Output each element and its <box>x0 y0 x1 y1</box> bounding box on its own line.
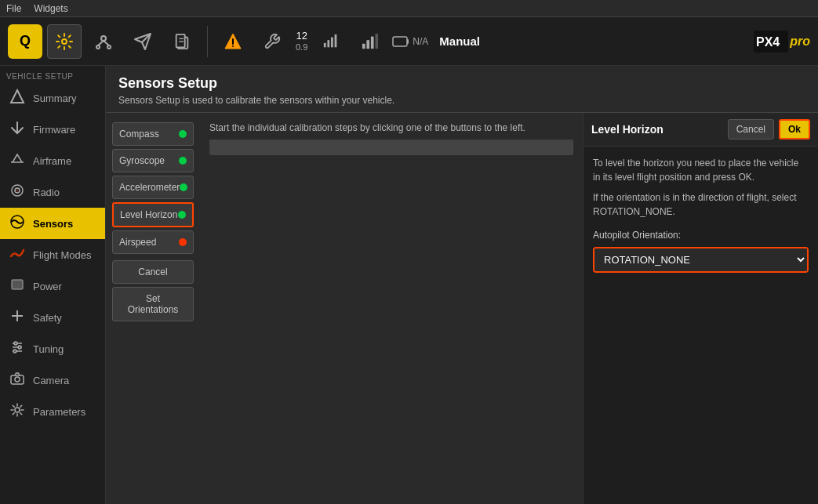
sidebar-item-firmware[interactable]: Firmware <box>0 114 105 145</box>
sidebar-item-power[interactable]: Power <box>0 270 105 302</box>
main-layout: Vehicle Setup Summary Firmware Airframe … <box>0 66 818 504</box>
svg-rect-20 <box>407 39 409 44</box>
right-panel: Level Horizon Cancel Ok To level the hor… <box>583 113 818 504</box>
parameters-icon <box>8 402 27 421</box>
calibration-hint: Start the individual calibration steps b… <box>209 122 573 133</box>
sidebar-item-safety[interactable]: Safety <box>0 302 105 333</box>
app-logo[interactable]: Q <box>8 24 42 59</box>
svg-rect-16 <box>367 40 370 49</box>
summary-icon <box>8 89 27 107</box>
sensors-panel: Compass Gyroscope Accelerometer Level Ho… <box>106 113 818 504</box>
svg-line-4 <box>98 41 104 45</box>
sidebar-section-label: Vehicle Setup <box>0 69 105 82</box>
set-orientations-button[interactable]: Set Orientations <box>112 287 194 321</box>
sidebar-item-airframe[interactable]: Airframe <box>0 145 105 176</box>
svg-rect-17 <box>371 36 374 49</box>
page-description: Sensors Setup is used to calibrate the s… <box>118 95 805 106</box>
svg-point-34 <box>18 346 21 349</box>
toolbar-signal-icon[interactable] <box>314 24 348 59</box>
autopilot-orientation-label: Autopilot Orientation: <box>593 228 809 242</box>
svg-point-3 <box>107 45 111 49</box>
svg-rect-6 <box>176 34 185 47</box>
autopilot-orientation-section: Autopilot Orientation: ROTATION_NONE ROT… <box>593 228 809 273</box>
sensors-icon <box>8 214 27 233</box>
svg-rect-11 <box>324 42 326 47</box>
cancel-calibration-button[interactable]: Cancel <box>112 260 194 284</box>
sidebar-item-flight-modes[interactable]: Flight Modes <box>0 239 105 270</box>
right-panel-header: Level Horizon Cancel Ok <box>584 113 818 147</box>
right-panel-actions: Cancel Ok <box>728 119 810 140</box>
svg-rect-12 <box>328 40 330 47</box>
sidebar: Vehicle Setup Summary Firmware Airframe … <box>0 66 106 504</box>
svg-point-0 <box>62 39 67 44</box>
level-horizon-button[interactable]: Level Horizon <box>112 202 194 227</box>
tuning-icon <box>8 339 27 358</box>
toolbar-battery: N/A <box>392 36 428 47</box>
menu-widgets[interactable]: Widgets <box>34 3 67 14</box>
toolbar-settings-icon[interactable] <box>47 24 82 59</box>
page-title: Sensors Setup <box>118 75 805 92</box>
toolbar-mode: Manual <box>439 34 480 48</box>
toolbar-bars-icon[interactable] <box>353 24 387 59</box>
level-horizon-status-dot <box>178 211 186 219</box>
accelerometer-button[interactable]: Accelerometer <box>112 176 194 199</box>
right-panel-ok-button[interactable]: Ok <box>779 119 810 140</box>
toolbar-send-icon[interactable] <box>125 24 160 59</box>
sidebar-item-radio[interactable]: Radio <box>0 176 105 208</box>
content-header: Sensors Setup Sensors Setup is used to c… <box>106 66 818 113</box>
px4-logo: PX4 pro <box>754 31 810 53</box>
sidebar-item-sensors[interactable]: Sensors <box>0 208 105 239</box>
action-buttons-group: Cancel Set Orientations <box>112 260 194 321</box>
right-panel-content: To level the horizon you need to place t… <box>584 147 818 504</box>
svg-point-1 <box>101 36 106 41</box>
menu-file[interactable]: File <box>6 3 21 14</box>
flight-modes-icon <box>8 245 27 264</box>
svg-point-26 <box>16 190 18 191</box>
camera-icon <box>8 371 27 390</box>
gyroscope-status-dot <box>179 157 187 165</box>
sidebar-item-summary[interactable]: Summary <box>0 82 105 114</box>
airspeed-button[interactable]: Airspeed <box>112 230 194 254</box>
airframe-icon <box>8 151 27 170</box>
level-horizon-desc2: If the orientation is in the direction o… <box>593 190 809 219</box>
airspeed-status-dot <box>179 238 187 246</box>
calibration-center: Start the individual calibration steps b… <box>200 113 583 504</box>
right-panel-cancel-button[interactable]: Cancel <box>728 119 774 140</box>
compass-button[interactable]: Compass <box>112 122 194 146</box>
svg-text:PX4: PX4 <box>756 35 780 49</box>
toolbar-wrench-icon[interactable] <box>255 24 289 59</box>
svg-point-39 <box>15 408 20 412</box>
menu-bar: File Widgets <box>0 0 818 17</box>
toolbar-warning-icon[interactable] <box>216 24 250 59</box>
accelerometer-status-dot <box>180 183 187 191</box>
radio-icon <box>8 183 27 201</box>
toolbar-doc-icon[interactable] <box>165 24 199 59</box>
svg-point-38 <box>15 377 20 382</box>
gyroscope-button[interactable]: Gyroscope <box>112 149 194 172</box>
content-area: Sensors Setup Sensors Setup is used to c… <box>106 66 818 504</box>
right-panel-title: Level Horizon <box>591 123 663 136</box>
toolbar-nav-icon[interactable] <box>86 24 121 59</box>
progress-bar <box>209 140 573 155</box>
toolbar-counter: 12 0.9 <box>296 31 307 51</box>
power-icon <box>8 277 27 296</box>
svg-rect-15 <box>362 43 365 48</box>
sidebar-item-tuning[interactable]: Tuning <box>0 333 105 364</box>
sidebar-item-parameters[interactable]: Parameters <box>0 396 105 427</box>
svg-rect-13 <box>331 37 333 47</box>
level-horizon-desc1: To level the horizon you need to place t… <box>593 156 809 184</box>
svg-point-10 <box>232 45 234 47</box>
sidebar-item-camera[interactable]: Camera <box>0 364 105 396</box>
svg-rect-14 <box>335 34 337 47</box>
svg-rect-19 <box>393 37 407 46</box>
svg-line-5 <box>104 41 109 45</box>
toolbar-sep1 <box>207 26 208 57</box>
firmware-icon <box>8 120 27 139</box>
svg-rect-18 <box>376 33 379 48</box>
compass-status-dot <box>179 130 187 138</box>
sensor-buttons-panel: Compass Gyroscope Accelerometer Level Ho… <box>106 113 200 504</box>
svg-point-36 <box>13 350 16 353</box>
svg-point-2 <box>96 45 100 49</box>
safety-icon <box>8 308 27 327</box>
autopilot-orientation-select[interactable]: ROTATION_NONE ROTATION_YAW_45 ROTATION_Y… <box>594 248 807 271</box>
